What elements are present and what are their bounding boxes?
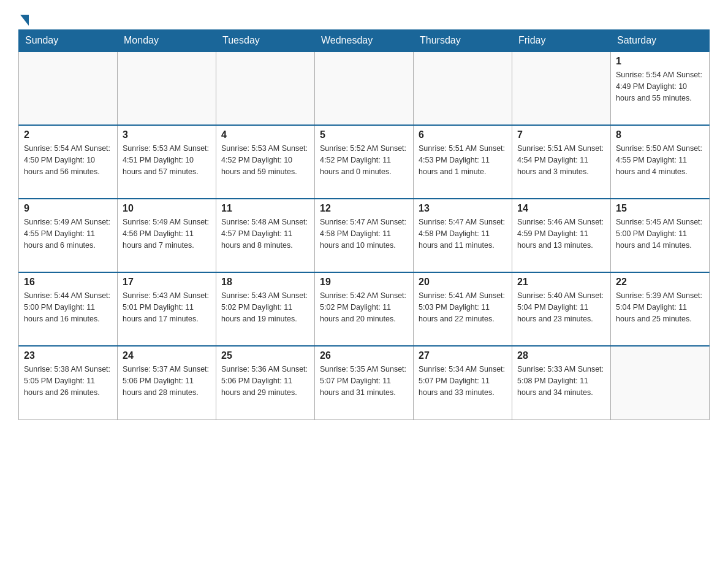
calendar-cell: 28Sunrise: 5:33 AM Sunset: 5:08 PM Dayli… [512,346,611,419]
day-info: Sunrise: 5:48 AM Sunset: 4:57 PM Dayligh… [221,216,309,251]
day-number: 27 [419,350,507,361]
calendar-cell: 24Sunrise: 5:37 AM Sunset: 5:06 PM Dayli… [118,346,216,419]
calendar-cell: 12Sunrise: 5:47 AM Sunset: 4:58 PM Dayli… [315,199,414,272]
day-number: 15 [616,203,704,214]
calendar-cell: 27Sunrise: 5:34 AM Sunset: 5:07 PM Dayli… [414,346,512,419]
page-header [18,12,710,23]
calendar-cell [19,52,118,125]
calendar-cell: 5Sunrise: 5:52 AM Sunset: 4:52 PM Daylig… [315,125,414,199]
day-number: 18 [221,277,309,288]
calendar-cell: 23Sunrise: 5:38 AM Sunset: 5:05 PM Dayli… [19,346,118,419]
day-info: Sunrise: 5:49 AM Sunset: 4:55 PM Dayligh… [24,216,112,251]
weekday-header-friday: Friday [512,30,611,52]
calendar-cell: 22Sunrise: 5:39 AM Sunset: 5:04 PM Dayli… [611,272,710,346]
day-info: Sunrise: 5:47 AM Sunset: 4:58 PM Dayligh… [419,216,507,251]
calendar-cell: 17Sunrise: 5:43 AM Sunset: 5:01 PM Dayli… [118,272,216,346]
calendar-cell: 19Sunrise: 5:42 AM Sunset: 5:02 PM Dayli… [315,272,414,346]
weekday-header-monday: Monday [118,30,216,52]
day-info: Sunrise: 5:45 AM Sunset: 5:00 PM Dayligh… [616,216,704,251]
calendar-cell: 11Sunrise: 5:48 AM Sunset: 4:57 PM Dayli… [216,199,315,272]
day-number: 20 [419,277,507,288]
day-number: 1 [616,56,704,67]
day-info: Sunrise: 5:34 AM Sunset: 5:07 PM Dayligh… [419,364,507,398]
calendar-cell: 9Sunrise: 5:49 AM Sunset: 4:55 PM Daylig… [19,199,118,272]
calendar-cell: 14Sunrise: 5:46 AM Sunset: 4:59 PM Dayli… [512,199,611,272]
calendar-cell: 2Sunrise: 5:54 AM Sunset: 4:50 PM Daylig… [19,125,118,199]
logo-arrow-icon [20,15,29,26]
calendar-cell: 3Sunrise: 5:53 AM Sunset: 4:51 PM Daylig… [118,125,216,199]
day-number: 8 [616,129,704,140]
day-info: Sunrise: 5:51 AM Sunset: 4:54 PM Dayligh… [517,143,605,177]
calendar-cell: 13Sunrise: 5:47 AM Sunset: 4:58 PM Dayli… [414,199,512,272]
calendar-cell: 25Sunrise: 5:36 AM Sunset: 5:06 PM Dayli… [216,346,315,419]
day-info: Sunrise: 5:54 AM Sunset: 4:50 PM Dayligh… [24,143,112,177]
calendar-cell [315,52,414,125]
day-number: 11 [221,203,309,214]
day-number: 9 [24,203,112,214]
day-number: 28 [517,350,605,361]
calendar-week-row: 16Sunrise: 5:44 AM Sunset: 5:00 PM Dayli… [19,272,710,346]
day-number: 6 [419,129,507,140]
day-number: 21 [517,277,605,288]
calendar-cell: 15Sunrise: 5:45 AM Sunset: 5:00 PM Dayli… [611,199,710,272]
day-number: 25 [221,350,309,361]
weekday-header-thursday: Thursday [414,30,512,52]
day-info: Sunrise: 5:53 AM Sunset: 4:52 PM Dayligh… [221,143,309,177]
day-number: 17 [123,277,211,288]
calendar-cell: 7Sunrise: 5:51 AM Sunset: 4:54 PM Daylig… [512,125,611,199]
calendar-cell: 10Sunrise: 5:49 AM Sunset: 4:56 PM Dayli… [118,199,216,272]
day-info: Sunrise: 5:54 AM Sunset: 4:49 PM Dayligh… [616,69,704,104]
calendar-cell: 21Sunrise: 5:40 AM Sunset: 5:04 PM Dayli… [512,272,611,346]
calendar-cell [611,346,710,419]
day-number: 2 [24,129,112,140]
day-info: Sunrise: 5:46 AM Sunset: 4:59 PM Dayligh… [517,216,605,251]
calendar-cell [414,52,512,125]
day-info: Sunrise: 5:47 AM Sunset: 4:58 PM Dayligh… [320,216,408,251]
day-info: Sunrise: 5:35 AM Sunset: 5:07 PM Dayligh… [320,364,408,398]
day-number: 19 [320,277,408,288]
day-number: 23 [24,350,112,361]
calendar-cell: 16Sunrise: 5:44 AM Sunset: 5:00 PM Dayli… [19,272,118,346]
day-info: Sunrise: 5:42 AM Sunset: 5:02 PM Dayligh… [320,290,408,324]
day-number: 12 [320,203,408,214]
day-info: Sunrise: 5:53 AM Sunset: 4:51 PM Dayligh… [123,143,211,177]
calendar-cell [216,52,315,125]
calendar-week-row: 23Sunrise: 5:38 AM Sunset: 5:05 PM Dayli… [19,346,710,419]
day-info: Sunrise: 5:36 AM Sunset: 5:06 PM Dayligh… [221,364,309,398]
weekday-header-row: SundayMondayTuesdayWednesdayThursdayFrid… [19,30,710,52]
day-info: Sunrise: 5:43 AM Sunset: 5:01 PM Dayligh… [123,290,211,324]
day-number: 24 [123,350,211,361]
weekday-header-sunday: Sunday [19,30,118,52]
day-info: Sunrise: 5:33 AM Sunset: 5:08 PM Dayligh… [517,364,605,398]
calendar-cell [118,52,216,125]
calendar-cell: 26Sunrise: 5:35 AM Sunset: 5:07 PM Dayli… [315,346,414,419]
day-info: Sunrise: 5:44 AM Sunset: 5:00 PM Dayligh… [24,290,112,324]
day-info: Sunrise: 5:41 AM Sunset: 5:03 PM Dayligh… [419,290,507,324]
calendar-cell: 20Sunrise: 5:41 AM Sunset: 5:03 PM Dayli… [414,272,512,346]
day-number: 14 [517,203,605,214]
day-info: Sunrise: 5:51 AM Sunset: 4:53 PM Dayligh… [419,143,507,177]
day-info: Sunrise: 5:49 AM Sunset: 4:56 PM Dayligh… [123,216,211,251]
weekday-header-tuesday: Tuesday [216,30,315,52]
calendar-cell: 6Sunrise: 5:51 AM Sunset: 4:53 PM Daylig… [414,125,512,199]
calendar-cell [512,52,611,125]
day-number: 16 [24,277,112,288]
day-info: Sunrise: 5:52 AM Sunset: 4:52 PM Dayligh… [320,143,408,177]
calendar-week-row: 9Sunrise: 5:49 AM Sunset: 4:55 PM Daylig… [19,199,710,272]
day-number: 22 [616,277,704,288]
day-info: Sunrise: 5:39 AM Sunset: 5:04 PM Dayligh… [616,290,704,324]
day-info: Sunrise: 5:37 AM Sunset: 5:06 PM Dayligh… [123,364,211,398]
calendar-cell: 8Sunrise: 5:50 AM Sunset: 4:55 PM Daylig… [611,125,710,199]
day-info: Sunrise: 5:38 AM Sunset: 5:05 PM Dayligh… [24,364,112,398]
day-info: Sunrise: 5:50 AM Sunset: 4:55 PM Dayligh… [616,143,704,177]
day-number: 4 [221,129,309,140]
day-number: 3 [123,129,211,140]
day-info: Sunrise: 5:40 AM Sunset: 5:04 PM Dayligh… [517,290,605,324]
calendar-cell: 1Sunrise: 5:54 AM Sunset: 4:49 PM Daylig… [611,52,710,125]
day-number: 5 [320,129,408,140]
calendar-week-row: 1Sunrise: 5:54 AM Sunset: 4:49 PM Daylig… [19,52,710,125]
day-number: 26 [320,350,408,361]
logo [18,12,29,23]
day-number: 13 [419,203,507,214]
calendar-table: SundayMondayTuesdayWednesdayThursdayFrid… [18,29,710,420]
